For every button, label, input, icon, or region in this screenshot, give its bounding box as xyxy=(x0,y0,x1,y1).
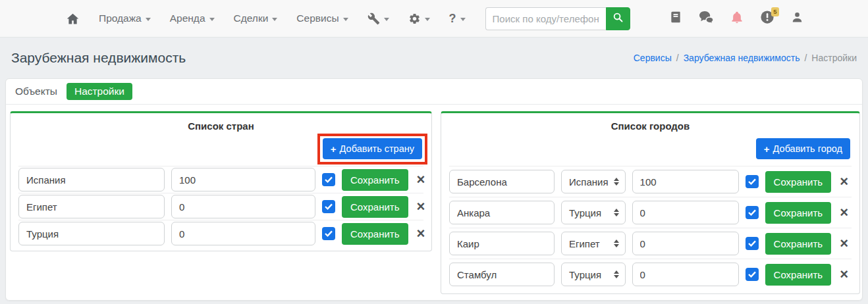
countries-panel: Список стран + Добавить страну Сохранить xyxy=(10,111,432,251)
menu-sales[interactable]: Продажа xyxy=(99,13,151,24)
city-active-checkbox[interactable] xyxy=(746,237,759,250)
alerts-button[interactable]: 5 xyxy=(760,10,774,27)
user-icon xyxy=(791,11,803,26)
city-country-select[interactable]: Египет xyxy=(561,232,626,255)
tools-menu[interactable] xyxy=(367,13,389,25)
city-value-input[interactable] xyxy=(632,170,739,193)
cities-panel: Список городов + Добавить город Испания … xyxy=(441,111,860,294)
menu-services[interactable]: Сервисы xyxy=(296,13,348,24)
city-country-select[interactable]: Испания xyxy=(561,170,626,193)
select-arrows-icon xyxy=(614,240,619,247)
country-active-checkbox[interactable] xyxy=(322,200,335,213)
city-name-input[interactable] xyxy=(449,263,555,286)
country-value-input[interactable] xyxy=(171,195,315,218)
select-arrows-icon xyxy=(614,178,619,186)
page-title: Зарубежная недвижимость xyxy=(11,50,186,66)
close-icon[interactable]: × xyxy=(838,205,850,220)
country-name-input[interactable] xyxy=(18,195,165,218)
menu-deals-label: Сделки xyxy=(234,13,269,24)
bell-icon xyxy=(730,10,744,27)
help-icon: ? xyxy=(449,12,456,26)
check-icon xyxy=(748,271,756,278)
menu-sales-label: Продажа xyxy=(99,13,142,24)
journal-button[interactable] xyxy=(669,11,682,26)
city-country-select[interactable]: Турция xyxy=(561,263,626,286)
city-value-input[interactable] xyxy=(632,232,739,255)
add-country-label: Добавить страну xyxy=(340,143,414,154)
close-icon[interactable]: × xyxy=(838,236,850,251)
country-row: Сохранить × xyxy=(18,220,423,247)
save-city-button[interactable]: Сохранить xyxy=(765,233,832,255)
notifications-button[interactable] xyxy=(730,10,744,27)
city-row: Турция Сохранить × xyxy=(449,197,852,228)
city-country-value: Египет xyxy=(569,238,600,249)
messages-button[interactable] xyxy=(699,11,714,27)
tab-objects[interactable]: Объекты xyxy=(15,83,57,100)
city-country-select[interactable]: Турция xyxy=(561,201,626,224)
home-icon xyxy=(66,12,80,26)
search-box xyxy=(485,7,630,30)
country-active-checkbox[interactable] xyxy=(322,173,335,186)
city-country-value: Испания xyxy=(569,176,609,188)
search-icon xyxy=(612,12,624,26)
add-city-label: Добавить город xyxy=(773,143,842,154)
close-icon[interactable]: × xyxy=(838,267,850,282)
country-active-checkbox[interactable] xyxy=(322,227,335,240)
city-row: Египет Сохранить × xyxy=(449,228,852,259)
home-button[interactable] xyxy=(66,12,80,26)
breadcrumb-link-foreign-realty[interactable]: Зарубежная недвижимость xyxy=(684,53,800,63)
profile-button[interactable] xyxy=(791,11,803,26)
city-active-checkbox[interactable] xyxy=(746,175,759,188)
save-country-button[interactable]: Сохранить xyxy=(342,196,408,218)
city-active-checkbox[interactable] xyxy=(746,206,759,219)
breadcrumb-separator: / xyxy=(804,53,807,63)
country-name-input[interactable] xyxy=(18,168,165,191)
city-name-input[interactable] xyxy=(449,201,555,224)
close-icon[interactable]: × xyxy=(838,174,850,189)
city-name-input[interactable] xyxy=(449,232,555,255)
add-city-button[interactable]: + Добавить город xyxy=(756,138,850,159)
save-city-button[interactable]: Сохранить xyxy=(765,171,832,193)
chevron-down-icon xyxy=(425,18,430,21)
chevron-down-icon xyxy=(384,18,389,21)
city-country-value: Турция xyxy=(569,269,601,280)
breadcrumb: Сервисы / Зарубежная недвижимость / Наст… xyxy=(634,53,857,63)
save-city-button[interactable]: Сохранить xyxy=(765,202,832,224)
menu-deals[interactable]: Сделки xyxy=(234,13,278,24)
menu-rent[interactable]: Аренда xyxy=(170,13,215,24)
save-country-button[interactable]: Сохранить xyxy=(342,169,408,191)
country-row: Сохранить × xyxy=(18,166,423,193)
tab-settings[interactable]: Настройки xyxy=(67,83,132,100)
wrench-icon xyxy=(367,13,380,25)
close-icon[interactable]: × xyxy=(415,226,427,241)
check-icon xyxy=(325,176,333,183)
country-value-input[interactable] xyxy=(171,222,315,245)
add-country-button[interactable]: + Добавить страну xyxy=(323,138,422,159)
city-row: Испания Сохранить × xyxy=(449,166,852,197)
save-city-button[interactable]: Сохранить xyxy=(765,264,832,286)
city-active-checkbox[interactable] xyxy=(746,268,759,281)
journal-icon xyxy=(669,11,682,26)
check-icon xyxy=(748,178,756,185)
search-button[interactable] xyxy=(606,7,630,30)
page-header: Зарубежная недвижимость Сервисы / Зарубе… xyxy=(0,38,868,78)
country-value-input[interactable] xyxy=(171,168,315,191)
search-input[interactable] xyxy=(485,7,606,30)
breadcrumb-current: Настройки xyxy=(811,53,857,63)
close-icon[interactable]: × xyxy=(415,199,427,214)
city-value-input[interactable] xyxy=(632,263,739,286)
country-name-input[interactable] xyxy=(18,222,165,245)
gear-icon xyxy=(408,13,421,25)
city-name-input[interactable] xyxy=(449,170,555,193)
chevron-down-icon xyxy=(209,18,215,21)
check-icon xyxy=(748,240,756,247)
breadcrumb-link-services[interactable]: Сервисы xyxy=(634,53,672,63)
city-value-input[interactable] xyxy=(632,201,739,224)
settings-menu[interactable] xyxy=(408,13,430,25)
city-country-value: Турция xyxy=(569,207,601,218)
check-icon xyxy=(325,203,333,210)
tab-bar: Объекты Настройки xyxy=(6,79,862,105)
close-icon[interactable]: × xyxy=(415,172,427,187)
help-menu[interactable]: ? xyxy=(449,12,466,26)
save-country-button[interactable]: Сохранить xyxy=(342,223,408,245)
